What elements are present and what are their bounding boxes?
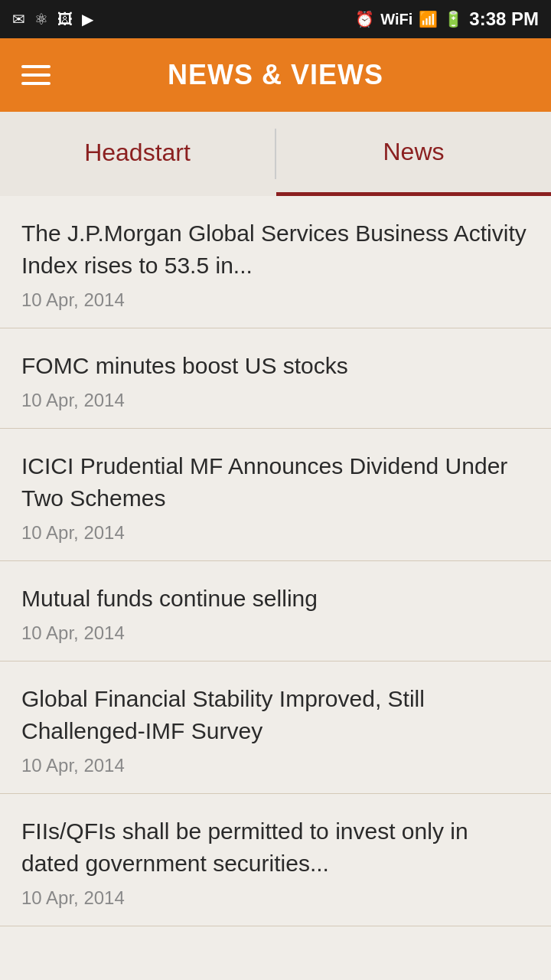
news-item-4[interactable]: Mutual funds continue selling 10 Apr, 20… xyxy=(0,561,551,662)
news-item-6[interactable]: FIIs/QFIs shall be permitted to invest o… xyxy=(0,794,551,926)
news-date-4: 10 Apr, 2014 xyxy=(21,622,530,644)
tab-headstart[interactable]: Headstart xyxy=(0,112,275,196)
news-title-5: Global Financial Stability Improved, Sti… xyxy=(21,683,530,747)
news-title-1: The J.P.Morgan Global Services Business … xyxy=(21,217,530,282)
news-date-2: 10 Apr, 2014 xyxy=(21,390,530,411)
news-list: The J.P.Morgan Global Services Business … xyxy=(0,196,551,926)
app-title: NEWS & VIEWS xyxy=(81,59,470,91)
email-icon: ✉ xyxy=(12,10,25,28)
news-title-6: FIIs/QFIs shall be permitted to invest o… xyxy=(21,815,530,880)
status-bar: ✉ ⚛ 🖼 ▶ ⏰ WiFi 📶 🔋 3:38 PM xyxy=(0,0,551,38)
news-date-6: 10 Apr, 2014 xyxy=(21,887,530,909)
news-date-5: 10 Apr, 2014 xyxy=(21,755,530,776)
news-item-5[interactable]: Global Financial Stability Improved, Sti… xyxy=(0,662,551,794)
image-icon: 🖼 xyxy=(57,11,73,28)
status-right-icons: ⏰ WiFi 📶 🔋 3:38 PM xyxy=(355,8,539,30)
usb-icon: ⚛ xyxy=(34,10,48,28)
news-title-3: ICICI Prudential MF Announces Dividend U… xyxy=(21,450,530,514)
news-date-3: 10 Apr, 2014 xyxy=(21,522,530,544)
play-icon: ▶ xyxy=(82,10,93,28)
news-title-4: Mutual funds continue selling xyxy=(21,583,530,615)
menu-button[interactable] xyxy=(21,65,51,85)
news-item-1[interactable]: The J.P.Morgan Global Services Business … xyxy=(0,196,551,328)
news-date-1: 10 Apr, 2014 xyxy=(21,289,530,311)
time-display: 3:38 PM xyxy=(469,8,539,30)
signal-icon: 📶 xyxy=(419,10,438,28)
news-title-2: FOMC minutes boost US stocks xyxy=(21,350,530,382)
app-header: NEWS & VIEWS xyxy=(0,38,551,112)
wifi-icon: WiFi xyxy=(380,11,412,28)
tab-news[interactable]: News xyxy=(276,112,551,196)
news-item-2[interactable]: FOMC minutes boost US stocks 10 Apr, 201… xyxy=(0,328,551,429)
status-left-icons: ✉ ⚛ 🖼 ▶ xyxy=(12,10,93,28)
battery-icon: 🔋 xyxy=(444,10,463,28)
alarm-icon: ⏰ xyxy=(355,10,374,28)
tab-bar: Headstart News xyxy=(0,112,551,196)
news-item-3[interactable]: ICICI Prudential MF Announces Dividend U… xyxy=(0,429,551,561)
